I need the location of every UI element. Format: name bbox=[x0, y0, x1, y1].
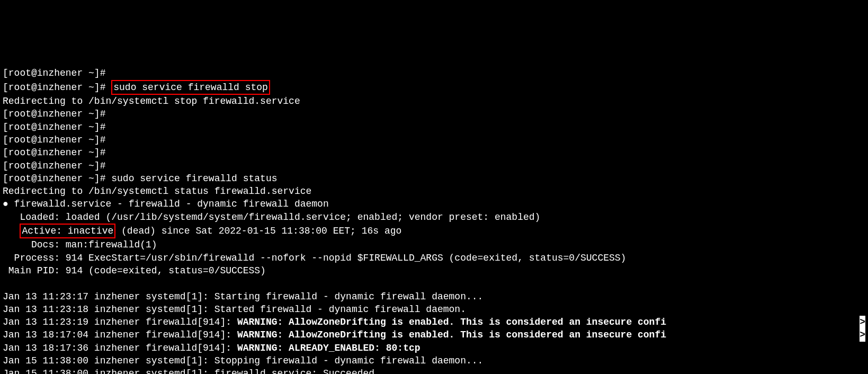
output-line: Redirecting to /bin/systemctl stop firew… bbox=[3, 96, 300, 106]
overflow-marker: > bbox=[860, 316, 865, 328]
prompt: [root@inzhener ~]# bbox=[3, 147, 105, 158]
service-header: ● firewalld.service - firewalld - dynami… bbox=[3, 199, 329, 209]
log-warning: WARNING: AllowZoneDrifting is enabled. T… bbox=[237, 317, 666, 327]
mainpid-line: Main PID: 914 (code=exited, status=0/SUC… bbox=[3, 265, 266, 276]
log-warning: WARNING: ALREADY_ENABLED: 80:tcp bbox=[237, 343, 420, 353]
docs-line: Docs: man:firewalld(1) bbox=[3, 239, 157, 250]
prompt: [root@inzhener ~]# bbox=[3, 173, 111, 184]
log-line: Jan 15 11:38:00 inzhener systemd[1]: Sto… bbox=[3, 355, 483, 366]
highlighted-active-status: Active: inactive bbox=[20, 224, 115, 238]
active-suffix: (dead) since Sat 2022-01-15 11:38:00 EET… bbox=[115, 226, 401, 236]
log-line: Jan 13 11:23:18 inzhener systemd[1]: Sta… bbox=[3, 304, 466, 315]
command-text: sudo service firewalld status bbox=[111, 173, 277, 184]
log-line: Jan 13 11:23:17 inzhener systemd[1]: Sta… bbox=[3, 291, 483, 302]
highlighted-command: sudo service firewalld stop bbox=[111, 80, 270, 95]
log-prefix: Jan 13 18:17:36 inzhener firewalld[914]: bbox=[3, 343, 237, 353]
output-line: Redirecting to /bin/systemctl status fir… bbox=[3, 186, 311, 197]
terminal[interactable]: [root@inzhener ~]# [root@inzhener ~]# su… bbox=[3, 54, 865, 374]
log-prefix: Jan 13 18:17:04 inzhener firewalld[914]: bbox=[3, 330, 237, 340]
active-prefix bbox=[3, 226, 20, 236]
log-line: Jan 15 11:38:00 inzhener systemd[1]: fir… bbox=[3, 368, 380, 374]
prompt: [root@inzhener ~]# bbox=[3, 161, 105, 171]
loaded-line: Loaded: loaded (/usr/lib/systemd/system/… bbox=[3, 212, 540, 222]
prompt: [root@inzhener ~]# bbox=[3, 109, 105, 119]
prompt: [root@inzhener ~]# bbox=[3, 82, 111, 93]
prompt: [root@inzhener ~]# bbox=[3, 68, 105, 78]
log-prefix: Jan 13 11:23:19 inzhener firewalld[914]: bbox=[3, 317, 237, 327]
overflow-marker: > bbox=[860, 328, 865, 341]
prompt: [root@inzhener ~]# bbox=[3, 135, 105, 145]
log-warning: WARNING: AllowZoneDrifting is enabled. T… bbox=[237, 330, 666, 340]
prompt: [root@inzhener ~]# bbox=[3, 122, 105, 132]
process-line: Process: 914 ExecStart=/usr/sbin/firewal… bbox=[3, 253, 626, 263]
